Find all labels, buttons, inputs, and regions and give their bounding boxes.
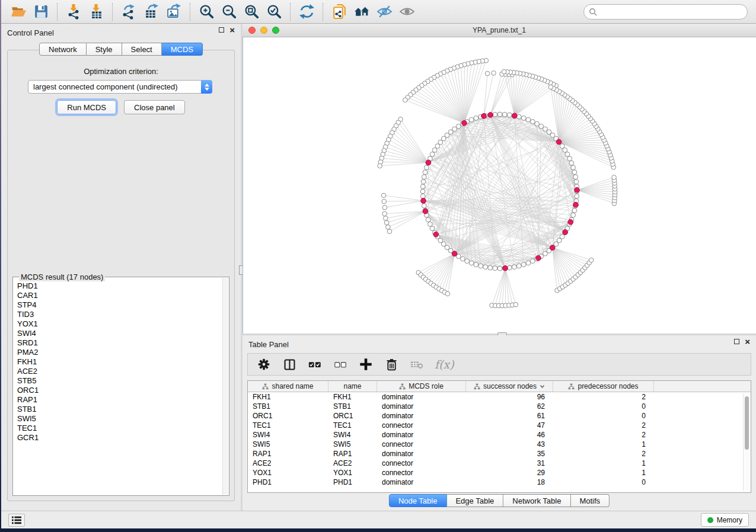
table-cell[interactable]: STB1 (328, 402, 377, 411)
zoom-fit-icon[interactable] (242, 2, 261, 21)
table-cell[interactable]: FKH1 (248, 392, 328, 402)
table-row[interactable]: STB1STB1dominator620 (248, 402, 751, 411)
mcds-result-item[interactable]: FKH1 (17, 357, 222, 367)
mcds-list-scrollbar[interactable] (222, 278, 228, 495)
table-cell[interactable]: PHD1 (328, 477, 377, 487)
tab-network[interactable]: Network (39, 43, 87, 56)
mcds-result-item[interactable]: CAR1 (17, 291, 222, 300)
search-input[interactable] (597, 6, 747, 18)
table-row[interactable]: TEC1TEC1connector472 (248, 421, 751, 430)
close-panel-button[interactable]: Close panel (124, 100, 185, 114)
table-row[interactable]: ACE2ACE2connector311 (248, 459, 751, 468)
table-scrollbar[interactable] (743, 393, 749, 491)
select-all-rows-icon[interactable] (307, 357, 323, 372)
table-cell[interactable]: connector (377, 459, 466, 468)
table-cell[interactable]: 18 (466, 477, 553, 487)
add-column-icon[interactable] (358, 357, 374, 372)
column-header-name[interactable]: name (328, 381, 377, 392)
refresh-icon[interactable] (297, 2, 316, 21)
table-cell[interactable]: 61 (466, 411, 553, 421)
table-cell[interactable]: dominator (377, 477, 466, 487)
table-cell[interactable]: dominator (377, 392, 466, 402)
mcds-result-item[interactable]: ACE2 (17, 367, 222, 376)
show-hidden-eye-icon[interactable] (397, 2, 416, 21)
tab-style[interactable]: Style (87, 43, 122, 56)
table-cell[interactable]: 2 (553, 449, 654, 459)
table-cell[interactable]: dominator (377, 430, 466, 440)
table-cell[interactable]: STB1 (248, 402, 328, 411)
table-cell[interactable]: 2 (553, 392, 654, 402)
table-cell[interactable]: SWI5 (248, 440, 328, 449)
table-cell[interactable]: 0 (553, 402, 654, 411)
mcds-result-item[interactable]: SWI5 (17, 414, 222, 424)
mcds-result-item[interactable]: STB5 (17, 376, 222, 386)
tab-mcds[interactable]: MCDS (162, 43, 203, 56)
table-row[interactable]: ORC1ORC1dominator610 (248, 411, 751, 421)
table-cell[interactable]: 1 (553, 468, 654, 477)
save-session-icon[interactable] (31, 2, 50, 21)
table-cell[interactable]: YOX1 (328, 468, 377, 477)
table-cell[interactable]: YOX1 (248, 468, 328, 477)
close-panel-icon[interactable]: × (745, 339, 750, 344)
table-cell[interactable]: dominator (377, 411, 466, 421)
mcds-result-item[interactable]: PHD1 (17, 281, 222, 291)
table-cell[interactable]: 96 (466, 392, 553, 402)
mcds-result-item[interactable]: STB1 (17, 405, 222, 414)
mcds-result-item[interactable]: PMA2 (17, 348, 222, 357)
table-cell[interactable]: connector (377, 440, 466, 449)
import-table-icon[interactable] (87, 2, 106, 21)
tab-edge-table[interactable]: Edge Table (446, 494, 503, 507)
tab-motifs[interactable]: Motifs (570, 494, 610, 507)
clone-network-icon[interactable] (330, 2, 349, 21)
table-cell[interactable]: dominator (377, 449, 466, 459)
float-panel-icon[interactable] (734, 339, 739, 344)
task-history-button[interactable] (8, 514, 25, 527)
mcds-result-item[interactable]: SWI4 (17, 329, 222, 338)
table-cell[interactable]: 1 (553, 440, 654, 449)
table-cell[interactable]: 2 (553, 430, 654, 440)
table-row[interactable]: FKH1FKH1dominator962 (248, 392, 751, 402)
table-cell[interactable]: 29 (466, 468, 553, 477)
show-all-houses-icon[interactable] (352, 2, 371, 21)
show-columns-icon[interactable] (282, 357, 297, 372)
float-panel-icon[interactable] (219, 27, 224, 33)
table-cell[interactable]: SWI4 (328, 430, 377, 440)
deselect-all-rows-icon[interactable] (333, 357, 348, 372)
mcds-result-item[interactable]: GCR1 (17, 433, 222, 443)
table-cell[interactable]: ACE2 (248, 459, 328, 468)
mcds-result-item[interactable]: RAP1 (17, 395, 222, 405)
search-field[interactable] (583, 4, 748, 20)
column-header-predecessor-nodes[interactable]: predecessor nodes (553, 381, 654, 392)
column-header-mcds-role[interactable]: MCDS role (377, 381, 466, 392)
table-cell[interactable]: 35 (466, 449, 553, 459)
mcds-result-item[interactable]: SRD1 (17, 338, 222, 348)
table-cell[interactable]: 43 (466, 440, 553, 449)
table-cell[interactable]: PHD1 (248, 477, 328, 487)
optimization-criterion-select[interactable]: largest connected component (undirected) (28, 80, 212, 94)
table-cell[interactable]: 46 (466, 430, 553, 440)
table-cell[interactable]: 62 (466, 402, 553, 411)
table-cell[interactable]: TEC1 (248, 421, 328, 430)
memory-button[interactable]: Memory (701, 513, 749, 527)
mcds-result-item[interactable]: TEC1 (17, 424, 222, 433)
table-cell[interactable]: 2 (553, 421, 654, 430)
table-row[interactable]: YOX1YOX1connector291 (248, 468, 751, 477)
zoom-in-icon[interactable] (197, 2, 216, 21)
table-cell[interactable]: 31 (466, 459, 553, 468)
table-cell[interactable]: 0 (553, 411, 654, 421)
table-scrollbar-thumb[interactable] (745, 396, 749, 450)
export-network-icon[interactable] (119, 2, 138, 21)
network-graph[interactable] (243, 37, 756, 334)
mcds-result-item[interactable]: STP4 (17, 300, 222, 310)
table-cell[interactable]: ACE2 (328, 459, 377, 468)
table-cell[interactable]: RAP1 (328, 449, 377, 459)
table-row[interactable]: RAP1RAP1dominator352 (248, 449, 751, 459)
column-header-shared-name[interactable]: shared name (248, 381, 328, 392)
hide-selected-eye-icon[interactable] (375, 2, 394, 21)
table-row[interactable]: SWI5SWI5connector431 (248, 440, 751, 449)
table-cell[interactable]: connector (377, 468, 466, 477)
import-network-icon[interactable] (64, 2, 83, 21)
mcds-result-item[interactable]: ORC1 (17, 386, 222, 395)
tab-select[interactable]: Select (122, 43, 162, 56)
zoom-selected-icon[interactable] (264, 2, 283, 21)
